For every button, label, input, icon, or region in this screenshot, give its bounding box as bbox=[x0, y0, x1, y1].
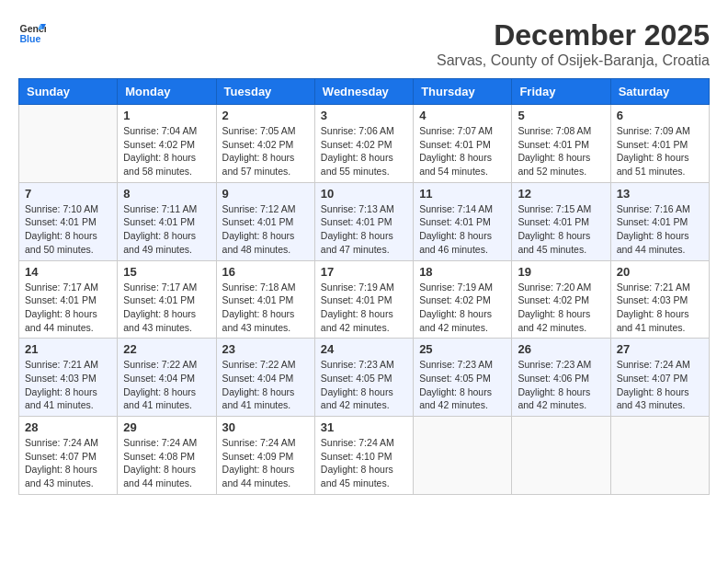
calendar-cell: 12Sunrise: 7:15 AM Sunset: 4:01 PM Dayli… bbox=[512, 182, 610, 260]
calendar-cell: 10Sunrise: 7:13 AM Sunset: 4:01 PM Dayli… bbox=[314, 182, 413, 260]
header-wednesday: Wednesday bbox=[314, 79, 413, 105]
month-title: December 2025 bbox=[437, 18, 710, 52]
day-number: 13 bbox=[617, 187, 703, 201]
day-number: 24 bbox=[321, 342, 407, 356]
calendar-row: 21Sunrise: 7:21 AM Sunset: 4:03 PM Dayli… bbox=[19, 339, 710, 417]
day-info: Sunrise: 7:24 AM Sunset: 4:07 PM Dayligh… bbox=[25, 436, 111, 490]
calendar-cell: 18Sunrise: 7:19 AM Sunset: 4:02 PM Dayli… bbox=[414, 260, 512, 339]
day-info: Sunrise: 7:23 AM Sunset: 4:06 PM Dayligh… bbox=[518, 358, 604, 412]
day-number: 25 bbox=[419, 342, 506, 356]
svg-text:Blue: Blue bbox=[20, 33, 41, 44]
day-info: Sunrise: 7:19 AM Sunset: 4:01 PM Dayligh… bbox=[321, 281, 407, 335]
calendar-cell: 28Sunrise: 7:24 AM Sunset: 4:07 PM Dayli… bbox=[19, 417, 118, 495]
calendar-row: 1Sunrise: 7:04 AM Sunset: 4:02 PM Daylig… bbox=[19, 105, 710, 183]
day-info: Sunrise: 7:18 AM Sunset: 4:01 PM Dayligh… bbox=[222, 281, 309, 335]
calendar-cell bbox=[512, 417, 610, 495]
header-sunday: Sunday bbox=[19, 79, 118, 105]
day-number: 26 bbox=[518, 342, 604, 356]
day-number: 20 bbox=[617, 265, 703, 279]
day-info: Sunrise: 7:16 AM Sunset: 4:01 PM Dayligh… bbox=[617, 202, 703, 257]
day-info: Sunrise: 7:19 AM Sunset: 4:02 PM Dayligh… bbox=[419, 281, 506, 335]
day-info: Sunrise: 7:13 AM Sunset: 4:01 PM Dayligh… bbox=[321, 202, 407, 257]
calendar-cell: 13Sunrise: 7:16 AM Sunset: 4:01 PM Dayli… bbox=[610, 182, 709, 260]
calendar-cell: 27Sunrise: 7:24 AM Sunset: 4:07 PM Dayli… bbox=[610, 339, 709, 417]
calendar-cell: 4Sunrise: 7:07 AM Sunset: 4:01 PM Daylig… bbox=[414, 105, 512, 183]
header-thursday: Thursday bbox=[414, 79, 512, 105]
calendar-cell bbox=[414, 417, 512, 495]
day-info: Sunrise: 7:05 AM Sunset: 4:02 PM Dayligh… bbox=[222, 124, 309, 178]
day-info: Sunrise: 7:14 AM Sunset: 4:01 PM Dayligh… bbox=[419, 202, 506, 257]
calendar-cell: 15Sunrise: 7:17 AM Sunset: 4:01 PM Dayli… bbox=[118, 260, 216, 339]
calendar-cell: 9Sunrise: 7:12 AM Sunset: 4:01 PM Daylig… bbox=[216, 182, 314, 260]
day-info: Sunrise: 7:22 AM Sunset: 4:04 PM Dayligh… bbox=[123, 358, 210, 412]
calendar-cell: 6Sunrise: 7:09 AM Sunset: 4:01 PM Daylig… bbox=[610, 105, 709, 183]
calendar-cell: 14Sunrise: 7:17 AM Sunset: 4:01 PM Dayli… bbox=[19, 260, 118, 339]
day-info: Sunrise: 7:08 AM Sunset: 4:01 PM Dayligh… bbox=[518, 124, 604, 178]
calendar-cell: 29Sunrise: 7:24 AM Sunset: 4:08 PM Dayli… bbox=[118, 417, 216, 495]
calendar: SundayMondayTuesdayWednesdayThursdayFrid… bbox=[18, 78, 710, 495]
day-number: 11 bbox=[419, 187, 506, 201]
day-number: 21 bbox=[25, 342, 111, 356]
calendar-cell: 21Sunrise: 7:21 AM Sunset: 4:03 PM Dayli… bbox=[19, 339, 118, 417]
calendar-cell: 26Sunrise: 7:23 AM Sunset: 4:06 PM Dayli… bbox=[512, 339, 610, 417]
day-info: Sunrise: 7:24 AM Sunset: 4:08 PM Dayligh… bbox=[123, 436, 210, 490]
day-info: Sunrise: 7:06 AM Sunset: 4:02 PM Dayligh… bbox=[321, 124, 407, 178]
calendar-cell: 7Sunrise: 7:10 AM Sunset: 4:01 PM Daylig… bbox=[19, 182, 118, 260]
calendar-cell: 8Sunrise: 7:11 AM Sunset: 4:01 PM Daylig… bbox=[118, 182, 216, 260]
logo-icon: General Blue bbox=[18, 18, 46, 46]
day-number: 17 bbox=[321, 265, 407, 279]
day-number: 5 bbox=[518, 109, 604, 122]
day-info: Sunrise: 7:09 AM Sunset: 4:01 PM Dayligh… bbox=[617, 124, 703, 178]
day-info: Sunrise: 7:24 AM Sunset: 4:10 PM Dayligh… bbox=[321, 436, 407, 490]
calendar-cell: 1Sunrise: 7:04 AM Sunset: 4:02 PM Daylig… bbox=[118, 105, 216, 183]
day-number: 7 bbox=[25, 187, 111, 201]
logo: General Blue bbox=[18, 18, 46, 46]
calendar-cell: 30Sunrise: 7:24 AM Sunset: 4:09 PM Dayli… bbox=[216, 417, 314, 495]
day-number: 28 bbox=[25, 420, 111, 434]
calendar-row: 7Sunrise: 7:10 AM Sunset: 4:01 PM Daylig… bbox=[19, 182, 710, 260]
day-number: 1 bbox=[123, 109, 210, 122]
day-number: 16 bbox=[222, 265, 309, 279]
day-info: Sunrise: 7:10 AM Sunset: 4:01 PM Dayligh… bbox=[25, 202, 111, 257]
day-number: 2 bbox=[222, 109, 309, 122]
header-friday: Friday bbox=[512, 79, 610, 105]
day-info: Sunrise: 7:20 AM Sunset: 4:02 PM Dayligh… bbox=[518, 281, 604, 335]
day-info: Sunrise: 7:04 AM Sunset: 4:02 PM Dayligh… bbox=[123, 124, 210, 178]
day-info: Sunrise: 7:24 AM Sunset: 4:09 PM Dayligh… bbox=[222, 436, 309, 490]
day-number: 22 bbox=[123, 342, 210, 356]
calendar-row: 28Sunrise: 7:24 AM Sunset: 4:07 PM Dayli… bbox=[19, 417, 710, 495]
day-number: 8 bbox=[123, 187, 210, 201]
calendar-cell bbox=[19, 105, 118, 183]
header-tuesday: Tuesday bbox=[216, 79, 314, 105]
calendar-cell: 22Sunrise: 7:22 AM Sunset: 4:04 PM Dayli… bbox=[118, 339, 216, 417]
calendar-cell: 2Sunrise: 7:05 AM Sunset: 4:02 PM Daylig… bbox=[216, 105, 314, 183]
calendar-cell: 5Sunrise: 7:08 AM Sunset: 4:01 PM Daylig… bbox=[512, 105, 610, 183]
day-info: Sunrise: 7:21 AM Sunset: 4:03 PM Dayligh… bbox=[617, 281, 703, 335]
location-title: Sarvas, County of Osijek-Baranja, Croati… bbox=[437, 52, 710, 69]
calendar-cell: 3Sunrise: 7:06 AM Sunset: 4:02 PM Daylig… bbox=[314, 105, 413, 183]
day-info: Sunrise: 7:07 AM Sunset: 4:01 PM Dayligh… bbox=[419, 124, 506, 178]
calendar-cell: 20Sunrise: 7:21 AM Sunset: 4:03 PM Dayli… bbox=[610, 260, 709, 339]
day-info: Sunrise: 7:24 AM Sunset: 4:07 PM Dayligh… bbox=[617, 358, 703, 412]
calendar-cell: 16Sunrise: 7:18 AM Sunset: 4:01 PM Dayli… bbox=[216, 260, 314, 339]
day-number: 12 bbox=[518, 187, 604, 201]
calendar-cell: 17Sunrise: 7:19 AM Sunset: 4:01 PM Dayli… bbox=[314, 260, 413, 339]
day-number: 23 bbox=[222, 342, 309, 356]
calendar-cell bbox=[610, 417, 709, 495]
calendar-cell: 23Sunrise: 7:22 AM Sunset: 4:04 PM Dayli… bbox=[216, 339, 314, 417]
day-info: Sunrise: 7:12 AM Sunset: 4:01 PM Dayligh… bbox=[222, 202, 309, 257]
day-number: 19 bbox=[518, 265, 604, 279]
day-number: 15 bbox=[123, 265, 210, 279]
day-number: 9 bbox=[222, 187, 309, 201]
calendar-cell: 24Sunrise: 7:23 AM Sunset: 4:05 PM Dayli… bbox=[314, 339, 413, 417]
page-header: General Blue December 2025 Sarvas, Count… bbox=[18, 18, 710, 69]
day-number: 4 bbox=[419, 109, 506, 122]
day-info: Sunrise: 7:11 AM Sunset: 4:01 PM Dayligh… bbox=[123, 202, 210, 257]
calendar-cell: 11Sunrise: 7:14 AM Sunset: 4:01 PM Dayli… bbox=[414, 182, 512, 260]
calendar-cell: 25Sunrise: 7:23 AM Sunset: 4:05 PM Dayli… bbox=[414, 339, 512, 417]
header-monday: Monday bbox=[118, 79, 216, 105]
day-info: Sunrise: 7:22 AM Sunset: 4:04 PM Dayligh… bbox=[222, 358, 309, 412]
day-number: 31 bbox=[321, 420, 407, 434]
day-number: 29 bbox=[123, 420, 210, 434]
calendar-header-row: SundayMondayTuesdayWednesdayThursdayFrid… bbox=[19, 79, 710, 105]
